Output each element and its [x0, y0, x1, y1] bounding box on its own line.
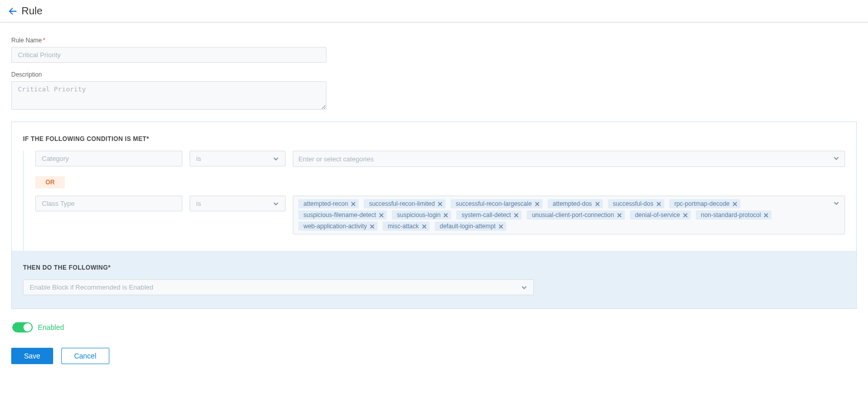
close-icon[interactable]	[535, 202, 539, 206]
tag-label: misc-attack	[388, 223, 419, 230]
condition-operator-select[interactable]: is	[190, 196, 286, 211]
description-label: Description	[11, 71, 857, 78]
close-icon[interactable]	[514, 213, 519, 218]
tag-chip: successful-recon-largescale	[451, 199, 543, 208]
tag-chip: non-standard-protocol	[696, 210, 771, 220]
condition-panel: IF THE FOLLOWING CONDITION IS MET* Categ…	[11, 122, 857, 309]
tag-label: successful-dos	[613, 200, 653, 207]
page-title: Rule	[21, 5, 42, 17]
close-icon[interactable]	[499, 224, 503, 229]
action-select[interactable]: Enable Block if Recommended is Enabled	[23, 279, 534, 295]
tag-chip: successful-dos	[608, 199, 664, 208]
tag-label: non-standard-protocol	[701, 211, 761, 219]
close-icon[interactable]	[351, 202, 356, 206]
condition-value-multiselect[interactable]: attempted-reconsuccessful-recon-limiteds…	[293, 196, 845, 234]
cancel-button[interactable]: Cancel	[61, 348, 109, 364]
tag-chip: unusual-client-port-connection	[527, 210, 625, 220]
tag-label: successful-recon-limited	[369, 200, 435, 207]
tag-chip: attempted-dos	[548, 199, 603, 208]
chevron-down-icon	[833, 200, 839, 206]
close-icon[interactable]	[422, 224, 427, 229]
placeholder-text: Enter or select categories	[298, 155, 373, 163]
chevron-down-icon	[273, 156, 279, 162]
tag-label: default-login-attempt	[440, 223, 496, 230]
close-icon[interactable]	[379, 213, 384, 218]
tag-label: successful-recon-largescale	[456, 200, 532, 207]
tag-chip: default-login-attempt	[435, 222, 506, 231]
tag-label: rpc-portmap-decode	[674, 200, 730, 207]
enabled-label: Enabled	[38, 323, 64, 331]
tag-label: suspicious-login	[397, 211, 440, 219]
close-icon[interactable]	[683, 213, 688, 218]
rule-name-label: Rule Name*	[11, 37, 857, 44]
rule-name-input[interactable]	[11, 47, 326, 63]
condition-heading: IF THE FOLLOWING CONDITION IS MET*	[12, 122, 856, 151]
close-icon[interactable]	[733, 202, 737, 206]
tag-label: system-call-detect	[461, 211, 511, 219]
save-button[interactable]: Save	[11, 348, 53, 364]
description-textarea[interactable]: Critical Priority	[11, 81, 326, 110]
back-arrow-icon[interactable]	[7, 6, 18, 17]
action-panel: THEN DO THE FOLLOWING* Enable Block if R…	[12, 251, 856, 308]
chevron-down-icon	[833, 155, 839, 161]
close-icon[interactable]	[443, 213, 448, 218]
tag-label: unusual-client-port-connection	[532, 211, 614, 219]
condition-value-multiselect[interactable]: Enter or select categories	[293, 151, 845, 167]
close-icon[interactable]	[370, 224, 374, 229]
tag-label: denial-of-service	[635, 211, 680, 219]
tag-chip: rpc-portmap-decode	[669, 199, 740, 208]
chevron-down-icon	[521, 284, 527, 291]
tag-label: attempted-recon	[303, 200, 348, 207]
condition-field-select[interactable]: Category	[35, 151, 182, 166]
close-icon[interactable]	[656, 202, 661, 206]
condition-field-select[interactable]: Class Type	[35, 196, 182, 211]
action-heading: THEN DO THE FOLLOWING*	[12, 251, 856, 279]
tag-chip: attempted-recon	[298, 199, 359, 208]
enabled-toggle[interactable]	[12, 322, 33, 332]
close-icon[interactable]	[764, 213, 768, 218]
tag-label: attempted-dos	[553, 200, 592, 207]
chevron-down-icon	[273, 201, 279, 207]
condition-operator-select[interactable]: is	[190, 151, 286, 166]
toggle-knob	[24, 323, 32, 331]
page-header: Rule	[0, 0, 868, 22]
close-icon[interactable]	[595, 202, 600, 206]
logical-or-badge: OR	[35, 176, 65, 188]
tag-chip: system-call-detect	[456, 210, 522, 220]
enabled-toggle-row: Enabled	[11, 322, 857, 332]
condition-row: Category is Enter or select categories	[35, 151, 845, 167]
tag-chip: suspicious-login	[392, 210, 451, 220]
tag-chip: suspicious-filename-detect	[298, 210, 387, 220]
condition-row: Class Type is attempted-reconsuccessful-…	[35, 196, 845, 234]
tag-chip: misc-attack	[383, 222, 430, 231]
tag-chip: web-application-activity	[298, 222, 378, 231]
tag-chip: successful-recon-limited	[364, 199, 445, 208]
tag-chip: denial-of-service	[630, 210, 691, 220]
tag-label: suspicious-filename-detect	[303, 211, 376, 219]
close-icon[interactable]	[617, 213, 622, 218]
tag-label: web-application-activity	[303, 223, 367, 230]
close-icon[interactable]	[438, 202, 442, 206]
